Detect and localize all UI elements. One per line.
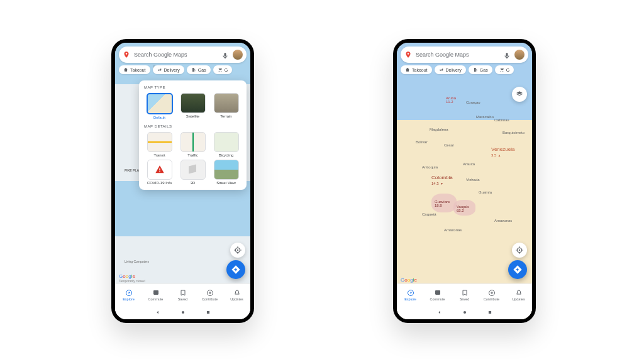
transit-thumb-icon: [147, 132, 172, 152]
bottom-navigation: Explore Commute Saved Contribute Updates: [115, 283, 250, 305]
map-label: Magdalena: [430, 128, 448, 131]
commute-icon: [152, 289, 160, 297]
nav-saved[interactable]: Saved: [451, 284, 478, 305]
chip-gas[interactable]: Gas: [469, 65, 492, 74]
profile-avatar[interactable]: [233, 50, 243, 60]
map-details-grid: Transit Traffic Bicycling COVID-19 Info …: [144, 132, 242, 185]
nav-updates[interactable]: Updates: [505, 284, 532, 305]
bicycling-thumb-icon: [214, 132, 239, 152]
nav-saved[interactable]: Saved: [169, 284, 196, 305]
search-placeholder: Search Google Maps: [416, 52, 503, 58]
chip-groceries[interactable]: G: [213, 65, 232, 74]
bottom-navigation: Explore Commute Saved Contribute Updates: [397, 283, 532, 305]
gas-icon: [191, 67, 196, 72]
my-location-button[interactable]: [230, 243, 245, 258]
map-detail-covid[interactable]: COVID-19 Info: [144, 160, 175, 185]
microphone-icon[interactable]: [503, 51, 511, 58]
chip-takeout[interactable]: Takeout: [119, 65, 150, 74]
directions-button[interactable]: [508, 260, 527, 279]
google-maps-logo-icon: [123, 51, 130, 58]
cart-icon: [218, 67, 223, 72]
nav-explore[interactable]: Explore: [115, 284, 142, 305]
map-poi-label: Living Computers: [125, 260, 149, 263]
nav-contribute[interactable]: Contribute: [196, 284, 223, 305]
screen-left: Le Grave Sites Union Park PIKE PLACE MAR…: [115, 43, 250, 319]
takeout-icon: [405, 67, 410, 72]
recent-icon[interactable]: [205, 309, 211, 315]
phone-mockup-right: Venezuela3.5 ▲ Colombia14.3 ▼ Aruba11.2 …: [393, 39, 536, 323]
svg-rect-1: [159, 168, 160, 170]
delivery-icon: [157, 67, 162, 72]
updates-icon: [515, 289, 523, 297]
updates-icon: [233, 289, 241, 297]
back-icon[interactable]: [155, 309, 161, 315]
google-maps-logo-icon: [404, 51, 412, 58]
nav-commute[interactable]: Commute: [424, 284, 451, 305]
directions-icon: [513, 265, 523, 275]
svg-point-9: [408, 53, 409, 55]
map-type-default[interactable]: Default: [144, 93, 175, 119]
chip-delivery[interactable]: Delivery: [435, 65, 466, 74]
svg-point-7: [181, 311, 184, 314]
crosshair-icon: [233, 246, 242, 255]
search-bar[interactable]: Search Google Maps: [401, 47, 528, 63]
recent-icon[interactable]: [487, 309, 493, 315]
map-background[interactable]: [397, 43, 532, 319]
google-attribution: Google: [401, 277, 417, 283]
profile-avatar[interactable]: [514, 50, 525, 60]
map-label: Curaçao: [466, 101, 480, 104]
map-label: Cabimas: [494, 118, 509, 122]
category-chips: Takeout Delivery Gas G: [119, 65, 250, 74]
svg-point-0: [126, 53, 128, 55]
microphone-icon[interactable]: [221, 51, 229, 58]
chip-delivery[interactable]: Delivery: [153, 65, 184, 74]
map-detail-streetview[interactable]: Street View: [211, 160, 242, 185]
map-detail-3d[interactable]: 3D: [177, 160, 208, 185]
map-details-header: MAP DETAILS: [144, 124, 242, 128]
directions-button[interactable]: [226, 260, 245, 279]
nav-updates[interactable]: Updates: [223, 284, 250, 305]
svg-rect-2: [159, 171, 160, 172]
explore-icon: [125, 289, 133, 297]
chip-groceries[interactable]: G: [495, 65, 514, 74]
nav-contribute[interactable]: Contribute: [478, 284, 505, 305]
svg-rect-8: [206, 311, 209, 314]
svg-rect-15: [488, 311, 491, 314]
map-label: Caquetá: [422, 212, 436, 216]
explore-icon: [407, 289, 414, 297]
map-type-terrain[interactable]: Terrain: [211, 93, 242, 119]
map-detail-traffic[interactable]: Traffic: [177, 132, 208, 157]
back-icon[interactable]: [436, 309, 443, 315]
google-attribution: Google Temporarily closed: [119, 273, 145, 283]
home-icon[interactable]: [180, 309, 186, 315]
map-label: Amazonas: [444, 228, 462, 232]
map-label: Cesar: [444, 143, 454, 147]
svg-point-4: [237, 250, 238, 251]
home-icon[interactable]: [462, 309, 468, 315]
map-type-header: MAP TYPE: [144, 85, 242, 89]
default-thumb-icon: [147, 93, 173, 114]
map-detail-bicycling[interactable]: Bicycling: [211, 132, 242, 157]
nav-commute[interactable]: Commute: [142, 284, 169, 305]
layers-button[interactable]: [512, 87, 527, 102]
delivery-icon: [439, 67, 444, 72]
screen-right: Venezuela3.5 ▲ Colombia14.3 ▼ Aruba11.2 …: [397, 43, 532, 319]
map-detail-transit[interactable]: Transit: [144, 132, 175, 157]
map-label: Maracaibo: [476, 115, 494, 119]
commute-icon: [434, 289, 441, 297]
phone-mockup-left: Le Grave Sites Union Park PIKE PLACE MAR…: [111, 39, 254, 323]
chip-takeout[interactable]: Takeout: [401, 65, 432, 74]
map-label: Guainía: [479, 190, 492, 194]
map-label: Bolívar: [416, 140, 428, 144]
map-label: Barquisimeto: [502, 131, 525, 134]
android-nav-bar: [115, 305, 250, 319]
map-type-satellite[interactable]: Satellite: [177, 93, 208, 119]
map-label: Arauca: [463, 162, 475, 166]
nav-explore[interactable]: Explore: [397, 284, 424, 305]
svg-point-11: [519, 250, 520, 251]
search-bar[interactable]: Search Google Maps: [119, 47, 247, 63]
my-location-button[interactable]: [512, 243, 527, 258]
search-placeholder: Search Google Maps: [134, 52, 221, 58]
chip-gas[interactable]: Gas: [187, 65, 211, 74]
contribute-icon: [206, 289, 214, 297]
